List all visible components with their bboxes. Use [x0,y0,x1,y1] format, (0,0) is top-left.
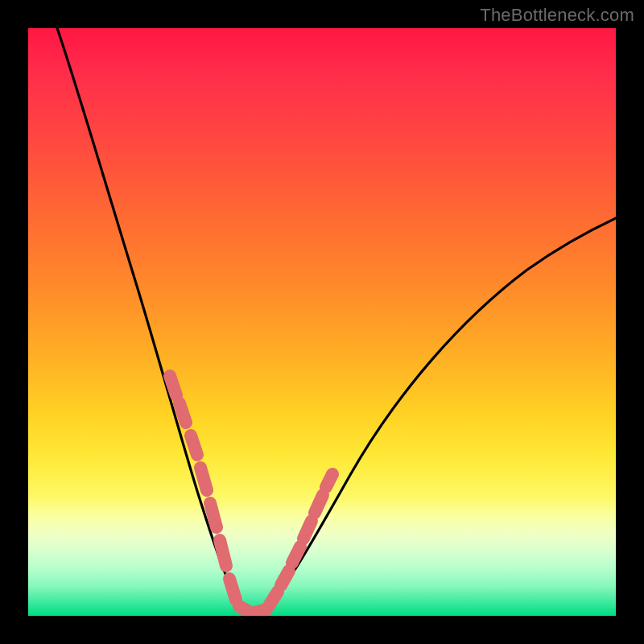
watermark-text: TheBottleneck.com [480,5,634,26]
plot-area [28,28,616,616]
bottleneck-curve-svg [28,28,616,616]
chart-frame: TheBottleneck.com [0,0,644,644]
curve-path [57,28,616,616]
highlight-markers [170,376,332,613]
